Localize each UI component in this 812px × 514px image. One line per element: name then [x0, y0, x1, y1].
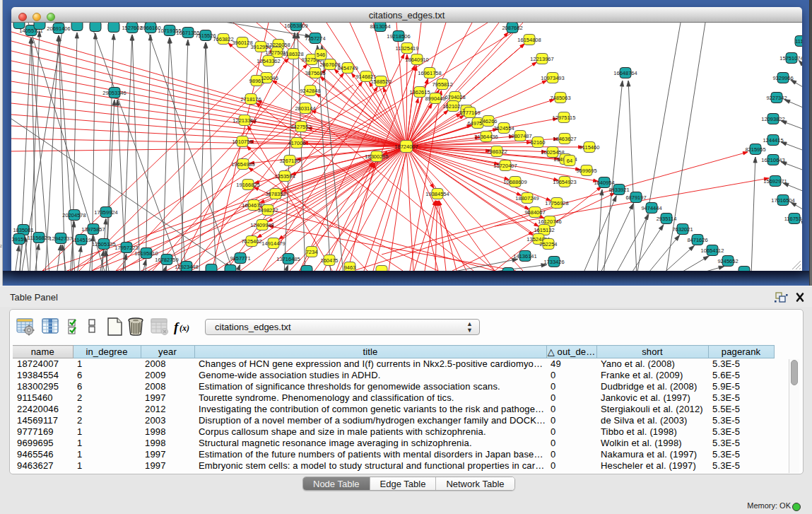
svg-text:20204578: 20204578 — [62, 212, 86, 218]
svg-text:2935114: 2935114 — [657, 216, 677, 222]
svg-text:7663822: 7663822 — [213, 36, 233, 42]
svg-text:7625402: 7625402 — [241, 238, 261, 245]
svg-text:9699695: 9699695 — [576, 168, 596, 174]
svg-text:16648764: 16648764 — [613, 70, 637, 76]
svg-text:7234: 7234 — [306, 249, 318, 255]
svg-text:18300295: 18300295 — [365, 153, 388, 160]
svg-text:21364436: 21364436 — [474, 134, 498, 140]
svg-text:17756928: 17756928 — [545, 200, 568, 206]
svg-text:19654985: 19654985 — [231, 161, 254, 168]
svg-text:11156829: 11156829 — [28, 235, 50, 241]
svg-text:2803144: 2803144 — [295, 105, 315, 112]
svg-text:62160: 62160 — [531, 139, 546, 146]
svg-text:13716485: 13716485 — [276, 256, 300, 262]
svg-text:8813054: 8813054 — [370, 23, 390, 30]
svg-text:16053809: 16053809 — [284, 23, 307, 29]
svg-text:746266: 746266 — [479, 118, 497, 124]
svg-text:9463: 9463 — [344, 264, 356, 271]
svg-text:3624554: 3624554 — [493, 125, 514, 132]
svg-text:7986322: 7986322 — [486, 148, 507, 155]
svg-text:18463627: 18463627 — [553, 136, 576, 142]
svg-text:64: 64 — [567, 158, 572, 164]
svg-text:1527602: 1527602 — [122, 25, 142, 31]
svg-text:12923448: 12923448 — [175, 264, 198, 270]
svg-text:12505135: 12505135 — [92, 241, 115, 247]
svg-text:3878352: 3878352 — [265, 191, 286, 197]
svg-text:18724007: 18724007 — [394, 144, 418, 150]
svg-text:1167534: 1167534 — [784, 216, 802, 222]
svg-text:1588520: 1588520 — [370, 78, 391, 85]
svg-text:8427552: 8427552 — [290, 124, 311, 130]
svg-text:9242848: 9242848 — [300, 88, 320, 94]
svg-text:16120746: 16120746 — [538, 218, 561, 225]
svg-text:17016504: 17016504 — [771, 197, 794, 204]
svg-text:18640910: 18640910 — [405, 57, 428, 63]
svg-text:1835081: 1835081 — [13, 227, 33, 233]
svg-text:14136141: 14136141 — [513, 253, 536, 259]
svg-text:9857771: 9857771 — [230, 255, 250, 262]
svg-text:2718176: 2718176 — [240, 96, 261, 103]
svg-text:20691406: 20691406 — [47, 25, 70, 32]
svg-text:16961758: 16961758 — [418, 70, 441, 76]
svg-text:15720407: 15720407 — [493, 163, 517, 169]
svg-text:1733426: 1733426 — [543, 259, 564, 265]
svg-text:10543362: 10543362 — [257, 58, 280, 64]
svg-text:8186328: 8186328 — [283, 51, 303, 57]
svg-text:546: 546 — [317, 52, 326, 58]
svg-text:10807487: 10807487 — [508, 133, 531, 139]
svg-text:6794028: 6794028 — [445, 94, 465, 100]
svg-text:11325419: 11325419 — [396, 45, 419, 52]
svg-text:29053346: 29053346 — [102, 90, 126, 96]
svg-text:7955812: 7955812 — [432, 81, 452, 88]
svg-text:12942737: 12942737 — [49, 235, 72, 242]
svg-text:10195810: 10195810 — [134, 250, 158, 257]
svg-text:f: f — [174, 320, 180, 334]
svg-text:10688609: 10688609 — [503, 179, 526, 185]
svg-text:19218506: 19218506 — [387, 33, 410, 40]
svg-text:9684067: 9684067 — [524, 209, 545, 216]
svg-text:8471626: 8471626 — [687, 237, 707, 243]
svg-text:16782759: 16782759 — [155, 257, 178, 263]
svg-text:1112: 1112 — [795, 38, 802, 45]
svg-text:12975115: 12975115 — [553, 115, 576, 121]
svg-text:1114519: 1114519 — [71, 237, 91, 243]
svg-text:12409948: 12409948 — [250, 222, 273, 228]
svg-text:1640954: 1640954 — [594, 180, 614, 186]
svg-text:(x): (x) — [180, 323, 189, 333]
svg-text:1353594: 1353594 — [274, 173, 295, 180]
svg-text:3875685: 3875685 — [305, 70, 325, 76]
svg-text:14914479: 14914479 — [261, 240, 285, 247]
svg-text:6879197: 6879197 — [625, 194, 646, 201]
svg-text:19384554: 19384554 — [425, 191, 449, 197]
svg-text:19166825: 19166825 — [236, 182, 259, 188]
svg-text:16210643: 16210643 — [761, 157, 784, 163]
svg-text:17359924: 17359924 — [94, 209, 117, 216]
svg-text:12213363: 12213363 — [233, 117, 256, 124]
svg-text:3498222: 3498222 — [257, 207, 278, 214]
svg-text:2087682: 2087682 — [502, 25, 522, 31]
svg-text:13975857: 13975857 — [81, 226, 105, 233]
svg-text:8215955: 8215955 — [745, 146, 765, 153]
svg-text:160475: 160475 — [320, 257, 338, 264]
svg-text:18807249: 18807249 — [515, 195, 539, 201]
svg-text:9245652: 9245652 — [717, 258, 738, 264]
svg-text:98961: 98961 — [249, 78, 264, 84]
svg-text:8933921: 8933921 — [608, 187, 629, 193]
svg-text:3960128: 3960128 — [232, 40, 252, 46]
svg-text:9329966: 9329966 — [772, 75, 793, 81]
svg-text:1621022: 1621022 — [442, 103, 463, 110]
svg-text:9474444: 9474444 — [641, 205, 661, 211]
svg-text:10973493: 10973493 — [541, 75, 564, 81]
svg-text:9777169: 9777169 — [459, 110, 480, 116]
svg-text:417006: 417006 — [288, 140, 305, 146]
svg-text:12213967: 12213967 — [530, 56, 553, 62]
svg-text:16154808: 16154808 — [517, 37, 541, 43]
svg-text:15751074: 15751074 — [779, 55, 802, 62]
svg-text:1362615: 1362615 — [409, 89, 430, 95]
svg-text:1244415: 1244415 — [763, 137, 783, 144]
svg-text:252254: 252254 — [539, 241, 557, 247]
svg-text:3267130: 3267130 — [279, 158, 300, 164]
svg-text:10654112: 10654112 — [701, 247, 724, 254]
svg-text:9115460: 9115460 — [579, 144, 600, 151]
svg-text:19654923: 19654923 — [553, 179, 576, 185]
